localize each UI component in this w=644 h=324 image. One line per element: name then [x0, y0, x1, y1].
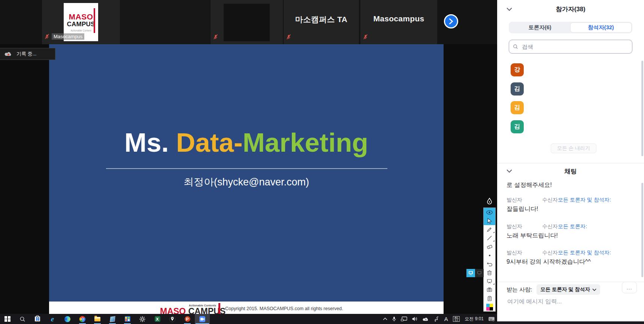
- chat-message: 발신자수신자모든 토론자 및 참석자: 9시부터 강의 시작하겠습니다^^: [507, 249, 638, 266]
- video-tile-camera-dark[interactable]: [211, 0, 283, 44]
- powerpoint-icon[interactable]: P: [180, 314, 195, 324]
- presentation-slide: Ms. Data-Marketing 최정아(shycke@naver.com): [49, 44, 444, 302]
- clear-trash-tool[interactable]: [484, 268, 495, 277]
- tray-clock[interactable]: 오전 9:01: [465, 316, 484, 322]
- search-icon: [513, 44, 518, 49]
- undo-tool[interactable]: [484, 260, 495, 268]
- dark-video-feed: [224, 4, 270, 41]
- chat-title: 채팅: [497, 167, 644, 176]
- excel-icon[interactable]: X: [150, 314, 165, 324]
- annotation-handle[interactable]: [483, 196, 496, 207]
- tray-onedrive-cloud-icon[interactable]: [423, 317, 429, 321]
- participant-name-label: Masocampus: [52, 33, 84, 40]
- next-page-button[interactable]: [444, 14, 458, 28]
- photos-glass-icon[interactable]: [105, 314, 120, 324]
- color-palette-tool[interactable]: [484, 303, 495, 311]
- footer-brand: MASO CAMPUS: [160, 306, 226, 314]
- participants-tabs: 토론자(6) 참석자(32): [509, 22, 632, 33]
- eraser-tool[interactable]: [484, 242, 495, 251]
- title-divider: [106, 168, 387, 169]
- chrome-icon[interactable]: [75, 314, 90, 324]
- edge-icon[interactable]: [60, 314, 75, 324]
- chat-composer: 받는 사람: 모든 토론자 및 참석자: [507, 284, 636, 295]
- chat-message: 로 설정해주세요!: [507, 181, 638, 189]
- monitor-switcher: [466, 269, 484, 277]
- send-to-label: 받는 사람:: [507, 286, 532, 293]
- participant-avatar-1[interactable]: 강: [511, 63, 524, 76]
- clipboard-tool[interactable]: [484, 294, 495, 303]
- file-explorer-icon[interactable]: [90, 314, 105, 324]
- line-tool[interactable]: [484, 234, 495, 242]
- logo-red-bar: [94, 8, 95, 33]
- monitor-1-button[interactable]: [466, 269, 475, 277]
- monitor-2-button[interactable]: [475, 269, 484, 277]
- logo-tagline: Actionable Content: [71, 29, 91, 32]
- chat-message: 발신자수신자모든 토론자: 노래 부탁드립니다!: [507, 223, 638, 240]
- spotlight-eye-tool[interactable]: [484, 208, 495, 216]
- snapshot-camera-tool[interactable]: [484, 285, 495, 294]
- dot-size-tool[interactable]: [484, 251, 495, 260]
- whiteboard-tool[interactable]: [484, 277, 495, 285]
- tray-touch-keyboard-icon[interactable]: [489, 317, 495, 321]
- video-tile-masocampus[interactable]: MASO CAMPUS Actionable Content Masocampu…: [42, 0, 120, 44]
- slide-subtitle: 최정아(shycke@naver.com): [49, 175, 444, 189]
- participant-avatar-3[interactable]: 김: [511, 101, 524, 114]
- participant-avatar-4[interactable]: 김: [511, 120, 524, 133]
- screen-share-area: Ms. Data-Marketing 최정아(shycke@naver.com)…: [0, 44, 497, 314]
- zoom-app-icon[interactable]: [195, 314, 210, 324]
- tab-panelists[interactable]: 토론자(6): [510, 22, 570, 33]
- participants-title: 참가자(38): [497, 5, 644, 13]
- chat-more-button[interactable]: …: [622, 282, 637, 293]
- video-tile-empty[interactable]: [120, 0, 210, 44]
- participant-search[interactable]: [509, 40, 632, 54]
- video-thumbnail-strip: MASO CAMPUS Actionable Content Masocampu…: [0, 0, 497, 44]
- zoom-webinar-window: MASO CAMPUS Actionable Content Masocampu…: [0, 0, 644, 324]
- pencil-tool[interactable]: [484, 225, 495, 234]
- title-ms: Ms.: [124, 128, 176, 157]
- annotation-toolbar: [483, 208, 496, 312]
- start-button[interactable]: [0, 314, 15, 324]
- chevron-down-icon: [592, 288, 596, 291]
- tray-chevron-up-icon[interactable]: [383, 318, 387, 320]
- logo-text-campus: CAMPUS: [67, 21, 95, 28]
- tray-ime-alpha[interactable]: A: [444, 316, 448, 322]
- tab-attendees[interactable]: 참석자(32): [570, 22, 632, 33]
- tray-ime-korean[interactable]: 한: [453, 316, 460, 322]
- mic-muted-icon: [363, 34, 368, 40]
- slide-footer: Actionable Contents MASO CAMPUS Copyrigh…: [49, 302, 444, 314]
- pen-nib-icon: [487, 198, 492, 205]
- footer-red-bar: [218, 303, 220, 314]
- media-grid-app-icon[interactable]: [120, 314, 135, 324]
- composer-divider: [497, 282, 644, 282]
- chat-scrollbar[interactable]: [641, 183, 643, 277]
- windows-taskbar: e X: [0, 314, 497, 324]
- taskbar-search-button[interactable]: [15, 314, 30, 324]
- panel-bottom-strip: [497, 321, 644, 324]
- video-tile-maso-ta[interactable]: 마소캠퍼스 TA: [284, 0, 359, 44]
- video-tile-masocampus-2[interactable]: Masocampus: [360, 0, 437, 44]
- lower-all-hands-button[interactable]: 모든 손 내리기: [551, 143, 596, 153]
- participant-name-label: 마소캠퍼스 TA: [284, 14, 359, 25]
- map-pin-icon[interactable]: [165, 314, 180, 324]
- mic-muted-icon: [44, 34, 50, 39]
- participant-avatar-2[interactable]: 김: [511, 82, 524, 96]
- mic-muted-icon: [286, 34, 291, 40]
- title-data: Data-: [176, 128, 243, 157]
- microsoft-store-icon[interactable]: [30, 314, 45, 324]
- footer-copyright: Copyright 2015. MASOCAMPUS.com all right…: [225, 306, 343, 311]
- tray-cast-display-icon[interactable]: [401, 317, 407, 321]
- chat-message-input[interactable]: [507, 298, 634, 305]
- settings-gear-icon[interactable]: [135, 314, 150, 324]
- tray-volume-icon[interactable]: [412, 317, 418, 321]
- tray-ink-pen-icon[interactable]: [434, 316, 439, 322]
- participants-scrollbar[interactable]: [641, 61, 643, 156]
- cursor-tool[interactable]: [484, 216, 495, 225]
- search-input[interactable]: [521, 43, 628, 50]
- recording-indicator: 기록 중...: [0, 48, 55, 60]
- chevron-right-icon: [448, 18, 454, 24]
- send-to-dropdown[interactable]: 모든 토론자 및 참석자: [536, 284, 600, 295]
- section-divider: [497, 163, 644, 163]
- title-marketing: Marketing: [243, 128, 368, 157]
- tray-mic-icon[interactable]: [392, 317, 396, 322]
- internet-explorer-icon[interactable]: e: [45, 314, 60, 324]
